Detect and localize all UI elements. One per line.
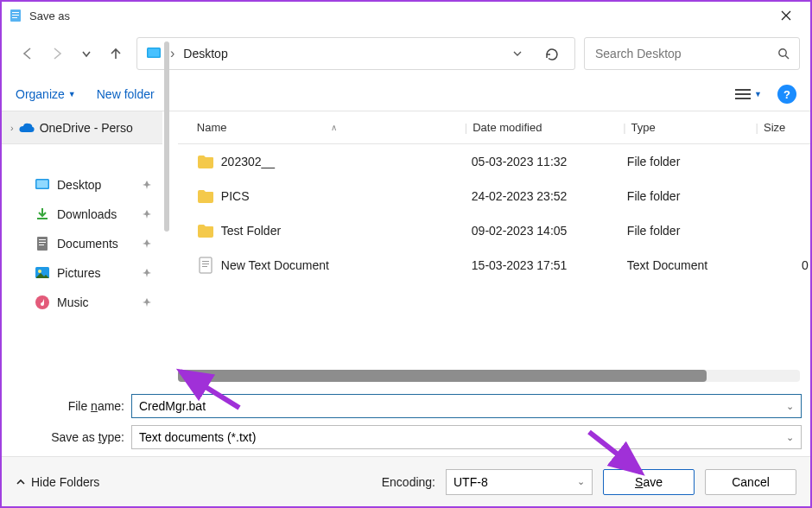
filename-value: CredMgr.bat [139,399,206,413]
chevron-right-icon: › [170,46,174,61]
file-row[interactable]: PICS24-02-2023 23:52File folder [178,179,810,213]
column-name[interactable]: Name∧ [197,121,465,134]
svg-rect-7 [735,89,751,91]
search-icon[interactable] [777,48,790,60]
file-name: PICS [221,189,472,203]
footer: Hide Folders Encoding: UTF-8 ⌄ Save Canc… [2,456,810,506]
column-size[interactable]: Size [758,121,810,134]
breadcrumb[interactable]: › Desktop [136,37,575,70]
hide-folders-button[interactable]: Hide Folders [16,475,99,489]
main: › OneDrive - Perso DesktopDownloadsDocum… [2,111,810,382]
svg-rect-9 [735,98,751,99]
svg-rect-3 [12,17,17,18]
chevron-right-icon[interactable]: › [10,123,14,133]
filename-label: File name: [10,399,131,413]
savetype-field[interactable]: Text documents (*.txt) ⌄ [131,425,802,449]
pin-icon [142,268,152,278]
savetype-value: Text documents (*.txt) [139,430,256,444]
file-row[interactable]: New Text Document15-03-2023 17:51Text Do… [178,248,810,283]
chevron-up-icon [16,477,26,487]
desktop-icon [35,177,50,193]
sidebar-item-pictures[interactable]: Pictures [2,258,162,288]
help-button[interactable]: ? [777,85,796,104]
search-box[interactable] [584,37,800,70]
svg-rect-2 [12,15,19,16]
forward-button[interactable] [48,45,66,62]
encoding-label: Encoding: [382,475,435,489]
svg-rect-20 [200,257,212,273]
back-button[interactable] [19,45,36,62]
download-icon [35,206,50,222]
organize-menu[interactable]: Organize▼ [16,87,76,101]
svg-rect-23 [202,266,207,267]
pin-icon [142,297,152,308]
sidebar-item-desktop[interactable]: Desktop [2,170,162,200]
sidebar-item-onedrive[interactable]: › OneDrive - Perso [2,111,162,144]
pin-icon [142,180,152,190]
pin-icon [142,209,152,219]
svg-point-6 [779,48,786,55]
onedrive-icon [19,123,35,133]
file-name: New Text Document [221,258,472,272]
file-row[interactable]: 202302__05-03-2023 11:32File folder [178,144,810,179]
save-button[interactable]: Save [603,469,695,495]
refresh-button[interactable] [536,47,566,61]
svg-rect-11 [37,181,48,188]
cancel-button[interactable]: Cancel [705,469,796,495]
column-type[interactable]: Type [626,121,756,134]
svg-rect-21 [202,261,209,262]
chevron-down-icon[interactable]: ⌄ [577,476,585,487]
search-input[interactable] [593,46,777,61]
document-icon [35,236,50,251]
sidebar-item-documents[interactable]: Documents [2,229,162,258]
svg-rect-14 [39,239,46,240]
svg-rect-22 [202,264,209,264]
svg-rect-15 [39,242,46,243]
file-date: 09-02-2023 14:05 [472,224,627,238]
save-as-dialog: Save as › Desktop Organize▼ New folder [0,0,812,508]
titlebar: Save as [2,2,810,29]
file-date: 15-03-2023 17:51 [472,258,627,272]
sidebar-item-downloads[interactable]: Downloads [2,200,162,229]
file-row[interactable]: Test Folder09-02-2023 14:05File folder [178,213,810,248]
toolbar: Organize▼ New folder ▼ ? [2,78,810,111]
sidebar-item-music[interactable]: Music [2,288,162,317]
chevron-down-icon[interactable]: ⌄ [786,432,794,443]
folder-icon [197,153,214,170]
new-folder-button[interactable]: New folder [97,87,155,101]
breadcrumb-dropdown[interactable] [507,43,528,64]
file-icon [197,257,214,274]
column-date[interactable]: Date modified [467,121,623,134]
sidebar-item-label: Music [57,295,89,309]
file-type: File folder [627,155,757,168]
view-menu[interactable]: ▼ [735,88,762,100]
sidebar-item-label: Desktop [57,178,101,192]
encoding-value: UTF-8 [454,475,488,489]
notepad-icon [9,9,22,22]
nav-row: › Desktop [2,29,810,78]
sidebar-item-label: Documents [57,237,118,251]
file-date: 24-02-2023 23:52 [472,189,627,203]
close-button[interactable] [769,3,803,29]
pin-icon [142,238,152,249]
sidebar: › OneDrive - Perso DesktopDownloadsDocum… [2,111,162,382]
window-title: Save as [29,10,70,22]
horizontal-scrollbar[interactable] [178,370,800,382]
breadcrumb-location[interactable]: Desktop [183,47,227,60]
file-type: File folder [627,189,757,203]
file-type: Text Document [627,258,757,272]
chevron-down-icon: ▼ [754,90,762,98]
file-type: File folder [627,224,757,238]
svg-rect-16 [39,244,44,245]
file-name: 202302__ [221,155,472,168]
column-headers: Name∧ | Date modified | Type | Size [178,111,810,144]
encoding-field[interactable]: UTF-8 ⌄ [446,469,593,495]
recent-dropdown[interactable] [78,45,95,62]
sort-asc-icon: ∧ [331,123,337,132]
chevron-down-icon[interactable]: ⌄ [786,401,794,412]
svg-rect-8 [735,93,751,95]
filename-field[interactable]: CredMgr.bat ⌄ [131,394,802,418]
sidebar-label: OneDrive - Perso [40,121,133,135]
file-size: 0 [757,258,809,272]
up-button[interactable] [107,45,124,62]
